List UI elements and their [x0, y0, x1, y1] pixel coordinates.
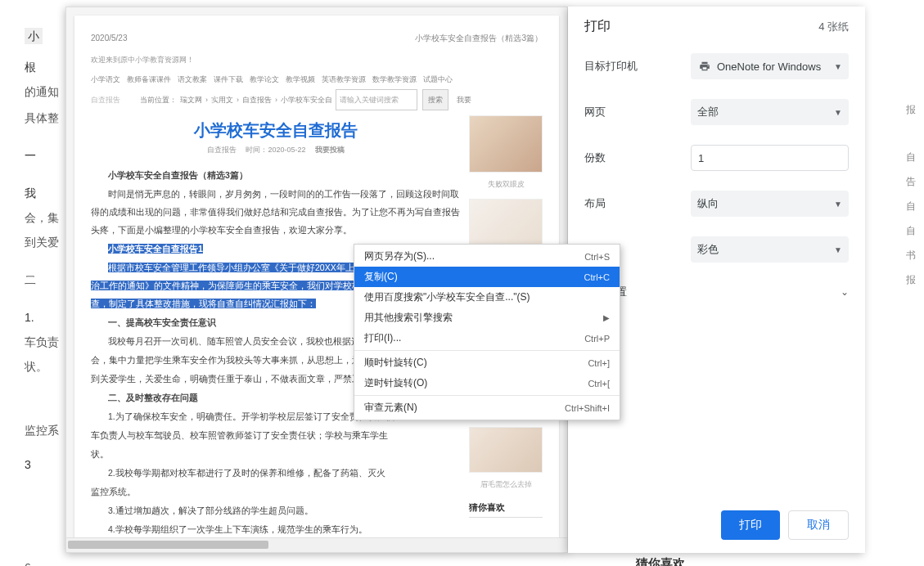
context-menu: 网页另存为(S)... Ctrl+S 复制(C) Ctrl+C 使用百度搜索"小…	[354, 244, 620, 420]
layout-dropdown[interactable]: 纵向 ▼	[691, 191, 849, 217]
ad-thumb-1	[469, 115, 543, 173]
top-nav: 小学语文教师备课课件语文教案课件下载教学论文教学视频英语教学资源数学教学资源试题…	[91, 71, 543, 88]
article-meta: 自查报告 时间：2020-05-22 我要投稿	[91, 142, 461, 158]
welcome-text: 欢迎来到原中小学教育资源网！	[91, 52, 543, 68]
preview-date: 2020/5/23	[91, 30, 128, 47]
print-title: 打印	[584, 18, 611, 35]
search-input[interactable]: 请输入关键词搜索	[336, 89, 417, 110]
chevron-right-icon: ▶	[603, 313, 610, 322]
guess-you-like-title: 猜你喜欢	[636, 556, 685, 566]
page-count: 4 张纸	[818, 20, 849, 34]
menu-copy[interactable]: 复制(C) Ctrl+C	[354, 267, 620, 287]
menu-print[interactable]: 打印(I)... Ctrl+P	[354, 328, 620, 348]
printer-icon	[697, 61, 712, 72]
menu-other-engine[interactable]: 用其他搜索引擎搜索 ▶	[354, 308, 620, 328]
ad-thumb-3	[469, 427, 543, 473]
cancel-button[interactable]: 取消	[788, 510, 849, 540]
article-title: 小学校车安全自查报告	[91, 122, 461, 138]
menu-rotate-ccw[interactable]: 逆时针旋转(O) Ctrl+[	[354, 373, 620, 393]
scrollbar-thumb[interactable]	[68, 541, 268, 549]
destination-dropdown[interactable]: OneNote for Windows ▼	[691, 53, 849, 79]
print-button[interactable]: 打印	[721, 510, 780, 540]
layout-label: 布局	[584, 196, 691, 211]
copies-input[interactable]: 1	[691, 145, 849, 171]
horizontal-scrollbar[interactable]	[66, 537, 567, 552]
chevron-down-icon: ▼	[834, 200, 842, 209]
chevron-down-icon: ▼	[834, 245, 842, 254]
menu-separator	[354, 350, 620, 351]
search-button[interactable]: 搜索	[422, 89, 448, 110]
preview-header-title: 小学校车安全自查报告（精选3篇）	[415, 30, 543, 47]
menu-inspect[interactable]: 审查元素(N) Ctrl+Shift+I	[354, 398, 620, 418]
chevron-down-icon: ▼	[834, 62, 842, 71]
pages-label: 网页	[584, 105, 691, 119]
menu-save-as[interactable]: 网页另存为(S)... Ctrl+S	[354, 246, 620, 267]
menu-baidu-search[interactable]: 使用百度搜索"小学校车安全自查..."(S)	[354, 287, 620, 308]
breadcrumb: 自查报告 当前位置： 瑞文网› 实用文› 自查报告› 小学校车安全自 请输入关键…	[91, 89, 543, 110]
chevron-down-icon: ⌄	[841, 286, 849, 298]
menu-rotate-cw[interactable]: 顺时针旋转(C) Ctrl+]	[354, 353, 620, 373]
copies-label: 份数	[584, 150, 691, 165]
pages-dropdown[interactable]: 全部 ▼	[691, 99, 849, 125]
chevron-down-icon: ▼	[834, 108, 842, 117]
more-settings-expander[interactable]: 更多设置 ⌄	[584, 272, 849, 312]
dest-label: 目标打印机	[584, 59, 691, 74]
color-dropdown[interactable]: 彩色 ▼	[691, 236, 849, 263]
menu-separator	[354, 395, 620, 396]
